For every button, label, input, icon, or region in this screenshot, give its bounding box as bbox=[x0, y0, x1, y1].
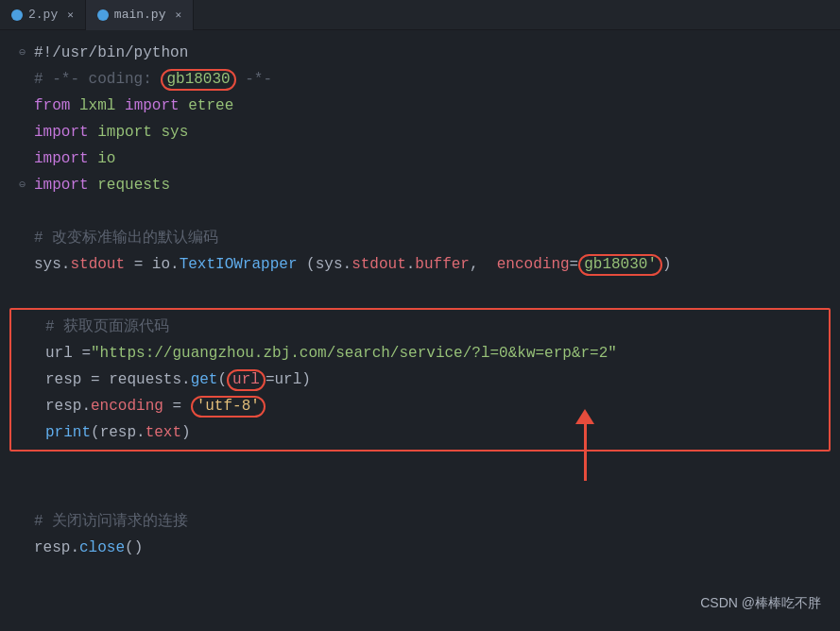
tab-close-2[interactable]: ✕ bbox=[175, 9, 181, 21]
box-line-resp1: resp = requests.get(url=url) bbox=[11, 367, 829, 393]
resp-encoding: resp.encoding = 'utf-8' bbox=[45, 393, 266, 419]
line1-content: #!/usr/bin/python bbox=[34, 40, 188, 66]
code-line-4: import import sys bbox=[0, 119, 840, 145]
kw-import-3: import bbox=[34, 145, 89, 172]
gb18030-annotation: gb18030' bbox=[578, 254, 662, 276]
close-line: resp.close() bbox=[34, 535, 143, 561]
url-value: "https://guangzhou.zbj.com/search/servic… bbox=[91, 340, 617, 367]
kw-import-1: import bbox=[125, 93, 180, 119]
box-line-resp2: resp.encoding = 'utf-8' bbox=[11, 393, 829, 419]
empty-line-4 bbox=[0, 482, 840, 508]
module-etree: etree bbox=[188, 93, 233, 119]
code-line-comment2: # 关闭访问请求的连接 bbox=[0, 508, 840, 535]
kw-import-2: import bbox=[34, 119, 89, 145]
arrow-shaft bbox=[584, 424, 587, 481]
arrow-head bbox=[575, 409, 594, 424]
tab-file2[interactable]: main.py ✕ bbox=[86, 0, 194, 30]
comment-getpage: # 获取页面源代码 bbox=[45, 314, 169, 340]
kw-import-4: import bbox=[34, 172, 89, 198]
utf8-annotation: 'utf-8' bbox=[191, 396, 266, 418]
code-line-1: ⊖ #!/usr/bin/python bbox=[0, 40, 840, 66]
watermark: CSDN @棒棒吃不胖 bbox=[700, 595, 821, 612]
fold-icon-1[interactable]: ⊖ bbox=[19, 40, 34, 66]
box-line-print: print(resp.text) bbox=[11, 419, 829, 446]
tab-bar: 2.py ✕ main.py ✕ bbox=[0, 0, 840, 30]
print-line: print(resp.text) bbox=[45, 419, 191, 446]
kw-from: from bbox=[34, 93, 70, 119]
tab-file1[interactable]: 2.py ✕ bbox=[0, 0, 86, 30]
empty-line-1 bbox=[0, 198, 840, 225]
empty-line-3 bbox=[0, 455, 840, 482]
arrow-annotation bbox=[575, 409, 594, 481]
code-line-6: ⊖ import requests bbox=[0, 172, 840, 198]
module-lxml: lxml bbox=[79, 93, 115, 119]
box-line-comment: # 获取页面源代码 bbox=[11, 314, 829, 340]
tab-label-1: 2.py bbox=[28, 8, 58, 22]
code-editor: ⊖ #!/usr/bin/python # -*- coding: gb1803… bbox=[0, 30, 840, 571]
module-requests: requests bbox=[97, 172, 170, 198]
fold-icon-6[interactable]: ⊖ bbox=[19, 172, 34, 198]
code-line-comment1: # 改变标准输出的默认编码 bbox=[0, 225, 840, 251]
url-param-annotation: url bbox=[227, 369, 266, 391]
empty-line-2 bbox=[0, 278, 840, 304]
red-box-section: # 获取页面源代码 url = "https://guangzhou.zbj.c… bbox=[9, 308, 831, 452]
stdout-line: sys.stdout = io.TextIOWrapper (sys.stdou… bbox=[34, 251, 672, 278]
line2-content: # -*- coding: gb18030 -*- bbox=[34, 66, 272, 93]
code-line-3: from lxml import etree bbox=[0, 93, 840, 119]
code-line-5: import io bbox=[0, 145, 840, 172]
tab-icon-2 bbox=[97, 9, 109, 21]
box-line-url: url = "https://guangzhou.zbj.com/search/… bbox=[11, 340, 829, 367]
module-sys: import sys bbox=[97, 119, 188, 145]
resp-get: resp = requests.get(url=url) bbox=[45, 367, 311, 393]
tab-label-2: main.py bbox=[114, 8, 166, 22]
code-line-close: resp.close() bbox=[0, 535, 840, 561]
tab-icon-1 bbox=[11, 9, 23, 21]
code-line-2: # -*- coding: gb18030 -*- bbox=[0, 66, 840, 93]
comment-close: # 关闭访问请求的连接 bbox=[34, 508, 188, 535]
comment-encoding: # 改变标准输出的默认编码 bbox=[34, 225, 218, 251]
coding-annotation: gb18030 bbox=[161, 69, 235, 91]
code-line-stdout: sys.stdout = io.TextIOWrapper (sys.stdou… bbox=[0, 251, 840, 278]
url-label: url = bbox=[45, 340, 91, 367]
module-io: io bbox=[97, 145, 115, 172]
tab-close-1[interactable]: ✕ bbox=[67, 9, 74, 21]
